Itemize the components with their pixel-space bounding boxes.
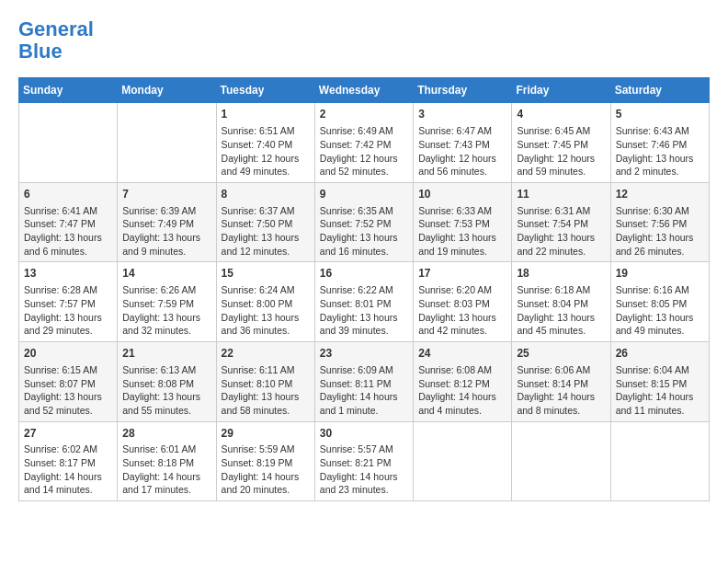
- day-info: and 49 minutes.: [222, 165, 310, 178]
- calendar-cell: 7Sunrise: 6:39 AMSunset: 7:49 PMDaylight…: [118, 182, 216, 262]
- calendar-table: SundayMondayTuesdayWednesdayThursdayFrid…: [18, 77, 710, 501]
- day-info: Sunrise: 5:57 AM: [320, 442, 408, 456]
- calendar-cell: 8Sunrise: 6:37 AMSunset: 7:50 PMDaylight…: [216, 182, 314, 262]
- day-info: Sunrise: 6:22 AM: [320, 283, 408, 297]
- day-number: 4: [517, 107, 605, 122]
- calendar-cell: 21Sunrise: 6:13 AMSunset: 8:08 PMDayligh…: [118, 342, 216, 422]
- day-number: 16: [320, 266, 408, 282]
- day-number: 5: [616, 107, 704, 122]
- day-number: 28: [122, 426, 210, 442]
- day-info: Daylight: 12 hours: [320, 152, 408, 166]
- day-number: 2: [320, 107, 408, 122]
- day-info: Sunrise: 6:15 AM: [24, 363, 112, 377]
- day-info: Daylight: 13 hours: [616, 152, 704, 166]
- day-info: Sunrise: 6:33 AM: [418, 204, 506, 218]
- day-info: Sunrise: 6:06 AM: [517, 363, 605, 377]
- day-info: and 32 minutes.: [122, 324, 210, 338]
- day-info: Sunset: 7:57 PM: [24, 297, 112, 311]
- calendar-cell: 12Sunrise: 6:30 AMSunset: 7:56 PMDayligh…: [610, 182, 709, 262]
- day-info: Sunrise: 6:47 AM: [418, 124, 506, 138]
- day-info: Sunset: 7:42 PM: [320, 138, 408, 152]
- day-number: 23: [320, 346, 408, 362]
- day-info: and 8 minutes.: [517, 404, 605, 418]
- day-info: Daylight: 12 hours: [517, 152, 605, 166]
- day-info: Sunrise: 6:20 AM: [418, 283, 506, 297]
- day-info: Daylight: 13 hours: [616, 231, 704, 245]
- calendar-cell: [610, 421, 709, 501]
- day-info: Sunrise: 6:08 AM: [418, 363, 506, 377]
- logo-blue: Blue: [18, 40, 63, 63]
- day-info: and 2 minutes.: [616, 165, 704, 178]
- day-info: Sunset: 7:43 PM: [418, 138, 506, 152]
- calendar-cell: 17Sunrise: 6:20 AMSunset: 8:03 PMDayligh…: [414, 262, 512, 342]
- calendar-header-row: SundayMondayTuesdayWednesdayThursdayFrid…: [19, 78, 710, 103]
- day-info: Daylight: 12 hours: [222, 152, 310, 166]
- day-number: 26: [616, 346, 704, 362]
- calendar-cell: 5Sunrise: 6:43 AMSunset: 7:46 PMDaylight…: [610, 103, 709, 183]
- day-info: and 29 minutes.: [24, 324, 112, 338]
- day-info: and 39 minutes.: [320, 324, 408, 338]
- day-info: Sunrise: 6:16 AM: [616, 283, 704, 297]
- calendar-day-header: Sunday: [19, 78, 118, 103]
- day-info: Sunset: 8:07 PM: [24, 377, 112, 391]
- day-number: 15: [222, 266, 310, 282]
- day-info: Daylight: 13 hours: [222, 231, 310, 245]
- day-info: Daylight: 14 hours: [616, 390, 704, 404]
- day-info: and 19 minutes.: [418, 245, 506, 259]
- day-info: Daylight: 14 hours: [24, 470, 112, 484]
- calendar-cell: 22Sunrise: 6:11 AMSunset: 8:10 PMDayligh…: [216, 342, 314, 422]
- day-info: Daylight: 13 hours: [24, 231, 112, 245]
- calendar-cell: [19, 103, 118, 183]
- day-number: 11: [517, 187, 605, 202]
- calendar-cell: 29Sunrise: 5:59 AMSunset: 8:19 PMDayligh…: [216, 421, 314, 501]
- calendar-cell: 23Sunrise: 6:09 AMSunset: 8:11 PMDayligh…: [314, 342, 413, 422]
- day-info: Sunset: 7:56 PM: [616, 217, 704, 231]
- calendar-week-row: 20Sunrise: 6:15 AMSunset: 8:07 PMDayligh…: [19, 342, 710, 422]
- day-info: and 12 minutes.: [222, 245, 310, 259]
- day-info: and 49 minutes.: [616, 324, 704, 338]
- day-info: Sunset: 7:50 PM: [222, 217, 310, 231]
- calendar-week-row: 27Sunrise: 6:02 AMSunset: 8:17 PMDayligh…: [19, 421, 710, 501]
- calendar-cell: [414, 421, 512, 501]
- day-info: and 20 minutes.: [222, 483, 310, 497]
- day-info: and 58 minutes.: [222, 404, 310, 418]
- calendar-cell: 2Sunrise: 6:49 AMSunset: 7:42 PMDaylight…: [314, 103, 413, 183]
- calendar-cell: 14Sunrise: 6:26 AMSunset: 7:59 PMDayligh…: [118, 262, 216, 342]
- day-number: 3: [418, 107, 506, 122]
- day-number: 30: [320, 426, 408, 442]
- day-info: and 55 minutes.: [122, 404, 210, 418]
- day-info: Sunrise: 6:11 AM: [222, 363, 310, 377]
- day-number: 9: [320, 187, 408, 202]
- day-info: Sunset: 8:19 PM: [222, 456, 310, 470]
- calendar-cell: 6Sunrise: 6:41 AMSunset: 7:47 PMDaylight…: [19, 182, 118, 262]
- day-info: Sunset: 7:53 PM: [418, 217, 506, 231]
- day-info: and 56 minutes.: [418, 165, 506, 178]
- day-info: Sunset: 7:45 PM: [517, 138, 605, 152]
- day-number: 19: [616, 266, 704, 282]
- day-info: and 59 minutes.: [517, 165, 605, 178]
- day-info: Sunset: 8:03 PM: [418, 297, 506, 311]
- day-info: and 6 minutes.: [24, 245, 112, 259]
- day-info: Sunrise: 6:18 AM: [517, 283, 605, 297]
- calendar-day-header: Saturday: [610, 78, 709, 103]
- day-info: Daylight: 12 hours: [418, 152, 506, 166]
- calendar-cell: [512, 421, 610, 501]
- day-info: Daylight: 13 hours: [418, 311, 506, 325]
- day-number: 27: [24, 426, 112, 442]
- day-info: and 26 minutes.: [616, 245, 704, 259]
- day-info: and 52 minutes.: [24, 404, 112, 418]
- day-info: Sunset: 8:17 PM: [24, 456, 112, 470]
- page-header: General Blue: [18, 18, 710, 63]
- calendar-day-header: Thursday: [414, 78, 512, 103]
- day-info: Daylight: 13 hours: [222, 390, 310, 404]
- calendar-day-header: Wednesday: [314, 78, 413, 103]
- day-info: Sunrise: 6:01 AM: [122, 442, 210, 456]
- day-info: Sunset: 7:59 PM: [122, 297, 210, 311]
- calendar-cell: 13Sunrise: 6:28 AMSunset: 7:57 PMDayligh…: [19, 262, 118, 342]
- day-info: Sunrise: 6:39 AM: [122, 204, 210, 218]
- day-info: Daylight: 13 hours: [122, 390, 210, 404]
- day-info: and 4 minutes.: [418, 404, 506, 418]
- day-info: and 42 minutes.: [418, 324, 506, 338]
- day-number: 18: [517, 266, 605, 282]
- day-info: Sunrise: 6:51 AM: [222, 124, 310, 138]
